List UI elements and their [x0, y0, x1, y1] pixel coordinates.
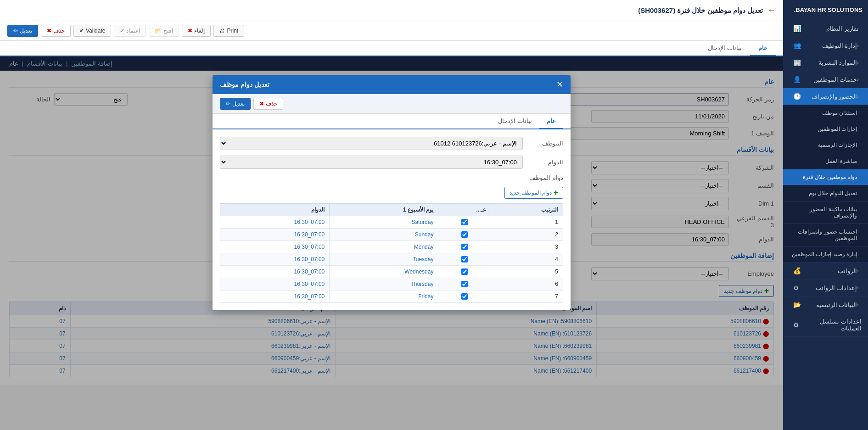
- sidebar-item-work-tracking[interactable]: مباشرة العمل: [783, 153, 868, 169]
- sidebar-sub-label: احتساب حضور وانصرافات الموظفين: [790, 229, 857, 241]
- modal-new-emp-shift-button[interactable]: ✚ دوام الموظف جديد: [504, 187, 563, 199]
- modal-tab-input[interactable]: بيانات الإدخال: [491, 114, 539, 129]
- cell-seq: 1: [491, 216, 563, 229]
- modal-edit-button[interactable]: ✏ تعديل: [220, 98, 251, 110]
- modal-table-row[interactable]: 3 Monday 07:00_16:30: [220, 241, 563, 253]
- sidebar-item-period-attendance[interactable]: دوام موظفين خلال فترة: [783, 169, 868, 185]
- shift-checkbox[interactable]: [461, 281, 468, 287]
- shift-checkbox[interactable]: [461, 256, 468, 262]
- sidebar-item-employee-request[interactable]: استئذان موظف: [783, 105, 868, 121]
- shift-checkbox[interactable]: [461, 293, 468, 300]
- employee-services-icon: 👤: [793, 76, 801, 83]
- sidebar-item-label: إدارة التوظيف: [801, 42, 857, 49]
- cell-check: [438, 278, 491, 290]
- sidebar-item-employee-services[interactable]: ‹ خدمات الموظفين 👤: [783, 71, 868, 88]
- sidebar-item-label: الحضور والإنصراف: [801, 93, 857, 100]
- modal-table-row[interactable]: 6 Thursday 07:00_16:30: [220, 278, 563, 290]
- salaries-icon: 💰: [793, 267, 801, 274]
- modal-tab-general[interactable]: عام: [539, 114, 563, 129]
- open-button[interactable]: 📂 افتح: [149, 25, 179, 37]
- sidebar-sub-label: الإجازات الرسمية: [790, 142, 857, 148]
- sidebar-item-reports[interactable]: تقارير النظام 📊: [783, 20, 868, 37]
- reports-icon: 📊: [793, 25, 801, 32]
- cell-check: [438, 241, 491, 253]
- shift-checkbox[interactable]: [461, 244, 468, 250]
- tab-input[interactable]: بيانات الإدخال: [700, 41, 750, 56]
- modal-emp-shift-row: دوام الموظف: [220, 174, 563, 181]
- delete-button[interactable]: ✖ حذف: [41, 25, 71, 37]
- cell-day: Saturday: [330, 216, 438, 229]
- cell-seq: 2: [491, 229, 563, 241]
- chevron-icon: ‹: [857, 302, 859, 307]
- sidebar-item-recruitment[interactable]: ‹ إدارة التوظيف 👥: [783, 37, 868, 54]
- edit-button[interactable]: ✏ تعديل: [7, 25, 38, 37]
- workflow-icon: ⚙: [793, 321, 799, 329]
- shift-checkbox[interactable]: [461, 231, 468, 238]
- cell-check: [438, 290, 491, 303]
- cell-shift-val: 07:00_16:30: [220, 266, 330, 278]
- cell-seq: 5: [491, 266, 563, 278]
- sidebar-item-attendance-machine[interactable]: بيانات ماكينة الحضور والإنصراف: [783, 201, 868, 224]
- cell-day: Thursday: [330, 278, 438, 290]
- edit-icon: ✏: [226, 101, 230, 107]
- sidebar-item-label: اعدادات تسلسل العمليات: [799, 318, 862, 332]
- modal-table-row[interactable]: 1 Saturday 07:00_16:30: [220, 216, 563, 229]
- cell-shift-val: 07:00_16:30: [220, 216, 330, 229]
- validate-button[interactable]: ✔ Validate: [73, 25, 111, 37]
- modal-employee-select[interactable]: الإسم - عربي:610123726 61012: [220, 137, 523, 150]
- sidebar-item-label: تقارير النظام: [801, 25, 859, 32]
- print-button[interactable]: 🖨 Print: [213, 25, 244, 37]
- sidebar-item-basic-data[interactable]: ‹ البيانات الرئيسية 📂: [783, 296, 868, 313]
- cell-seq: 7: [491, 290, 563, 303]
- modal-shift-row: الدوام 07:00_16:30: [220, 156, 563, 169]
- sidebar-item-leave-balance[interactable]: إدارة رصيد إجازات الموظفين: [783, 246, 868, 262]
- modal-col-check: عـ...: [438, 204, 491, 216]
- sidebar-item-official-leaves[interactable]: الإجازات الرسمية: [783, 137, 868, 153]
- modal-shift-select[interactable]: 07:00_16:30: [220, 156, 523, 169]
- tab-general[interactable]: عام: [750, 41, 776, 56]
- modal-tabs: عام بيانات الإدخال: [213, 114, 571, 129]
- modal-table-row[interactable]: 2 Sunday 07:00_16:30: [220, 229, 563, 241]
- sidebar-item-employee-leaves[interactable]: إجازات الموظفين: [783, 121, 868, 137]
- modal-shift-label: الدوام: [526, 159, 563, 166]
- back-button[interactable]: ←: [767, 6, 776, 15]
- plus-icon: ✚: [554, 190, 558, 196]
- chevron-icon: ‹: [857, 77, 859, 82]
- sidebar-item-daily-attendance[interactable]: تعديل الدوام خلال يوم: [783, 185, 868, 201]
- cell-shift-val: 07:00_16:30: [220, 278, 330, 290]
- modal-table-row[interactable]: 4 Tuesday 07:00_16:30: [220, 253, 563, 266]
- cell-seq: 3: [491, 241, 563, 253]
- sidebar-item-salary-settings[interactable]: ‹ إعدادات الرواتب ⚙: [783, 279, 868, 296]
- sidebar-item-attendance[interactable]: ‹ الحضور والإنصراف 🕐: [783, 88, 868, 105]
- modal-header: ✕ تعديل دوام موظف: [213, 75, 571, 94]
- delete-icon: ✖: [47, 28, 51, 34]
- chevron-icon: ‹: [857, 268, 859, 274]
- modal-col-day: يوم الأسبوع 1: [330, 204, 438, 216]
- main-content: ← تعديل دوام موظفين خلال فترة (SH003627)…: [0, 0, 783, 430]
- modal-table-row[interactable]: 5 Wednesday 07:00_16:30: [220, 266, 563, 278]
- employee-shift-modal: ✕ تعديل دوام موظف ✏ تعديل ✖ حذف عام بيان…: [213, 75, 571, 310]
- approve-button[interactable]: ✔ اعتماد: [114, 25, 146, 37]
- sidebar-item-label: إعدادات الرواتب: [799, 285, 857, 291]
- validate-icon: ✔: [79, 28, 84, 34]
- modal-delete-button[interactable]: ✖ حذف: [253, 98, 283, 110]
- cell-shift-val: 07:00_16:30: [220, 290, 330, 303]
- modal-toolbar: ✏ تعديل ✖ حذف: [213, 94, 571, 114]
- modal-table-row[interactable]: 7 Friday 07:00_16:30: [220, 290, 563, 303]
- sidebar-item-workflow-settings[interactable]: اعدادات تسلسل العمليات ⚙: [783, 313, 868, 337]
- cell-day: Tuesday: [330, 253, 438, 266]
- sidebar-item-attendance-calc[interactable]: احتساب حضور وانصرافات الموظفين: [783, 224, 868, 246]
- shift-checkbox[interactable]: [461, 268, 468, 275]
- modal-close-button[interactable]: ✕: [556, 79, 563, 89]
- modal-title: تعديل دوام موظف: [220, 81, 269, 88]
- chevron-down-icon: ‹: [857, 94, 859, 99]
- cell-day: Wednesday: [330, 266, 438, 278]
- modal-overlay: ✕ تعديل دوام موظف ✏ تعديل ✖ حذف عام بيان…: [0, 56, 783, 430]
- cancel-button[interactable]: ✖ إلغاء: [182, 25, 211, 37]
- sidebar-item-hr[interactable]: ‹ الموارد البشرية 🏢: [783, 54, 868, 71]
- sidebar-item-salaries[interactable]: ‹ الرواتب 💰: [783, 262, 868, 279]
- hr-icon: 🏢: [793, 59, 801, 66]
- shift-checkbox[interactable]: [461, 219, 468, 225]
- cell-check: [438, 266, 491, 278]
- cell-day: Monday: [330, 241, 438, 253]
